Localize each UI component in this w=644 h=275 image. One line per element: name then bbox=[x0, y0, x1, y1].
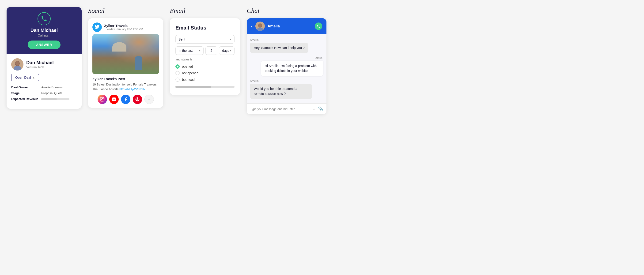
message-group-1: Amelia Hey, Samuel! How can i help you ? bbox=[250, 38, 323, 53]
phone-card: Dan Michael Calling... ANSWER Dan Michae… bbox=[6, 7, 82, 109]
svg-point-6 bbox=[103, 98, 104, 99]
time-unit-value: days bbox=[222, 49, 229, 52]
add-social-icon[interactable]: + bbox=[144, 95, 154, 104]
social-card: Zylker Travels Tuesday, January 28-11:30… bbox=[88, 18, 163, 108]
social-image-figure bbox=[135, 56, 142, 70]
deal-revenue-bar bbox=[41, 98, 70, 100]
status-not-opened-radio[interactable] bbox=[176, 71, 180, 75]
chat-message-input[interactable] bbox=[250, 107, 310, 111]
message-bubble-2: Hi Amelia, I'm facing a problem with boo… bbox=[261, 61, 323, 76]
chevron-down-icon-2: ▾ bbox=[199, 49, 200, 52]
email-title: Email bbox=[170, 7, 240, 14]
email-card-title: Email Status bbox=[176, 25, 234, 31]
contact-company: Ventura Tech bbox=[26, 65, 54, 69]
social-card-inner: Zylker Travels Tuesday, January 28-11:30… bbox=[88, 18, 163, 91]
chat-messages: Amelia Hey, Samuel! How can i help you ?… bbox=[247, 34, 326, 103]
youtube-icon[interactable] bbox=[109, 95, 119, 104]
social-post-body: 10 Safest Destination for solo Female Tr… bbox=[92, 82, 159, 91]
back-button[interactable]: ‹ bbox=[251, 24, 252, 29]
phone-body: Dan Michael Ventura Tech Open Deal ▲ Dea… bbox=[6, 54, 82, 109]
deal-owner-row: Deal Owner Amelia Burrows bbox=[11, 85, 77, 89]
email-progress-bar bbox=[176, 86, 234, 88]
chat-contact-name: Amelia bbox=[268, 24, 312, 28]
deal-revenue-bar-fill bbox=[41, 98, 57, 100]
and-status-label: and status is bbox=[176, 58, 234, 61]
social-post-image bbox=[92, 34, 159, 74]
contact-info: Dan Michael Ventura Tech bbox=[26, 60, 54, 69]
attachment-icon[interactable]: 📎 bbox=[318, 106, 323, 111]
plus-symbol: + bbox=[148, 97, 150, 102]
svg-point-5 bbox=[102, 99, 103, 100]
avatar-image bbox=[11, 58, 24, 70]
deal-stage-row: Stage Proposal Quote bbox=[11, 91, 77, 95]
email-status-dropdown[interactable]: Sent ▾ bbox=[176, 35, 234, 43]
social-user-row: Zylker Travels Tuesday, January 28-11:30… bbox=[92, 22, 159, 32]
social-user-name: Zylker Travels bbox=[104, 24, 143, 28]
svg-point-3 bbox=[15, 61, 20, 65]
deal-revenue-label: Expected Revenue bbox=[11, 97, 40, 101]
emoji-icon[interactable]: ☺ bbox=[312, 107, 316, 111]
social-post-title: Zylker Travel's Post bbox=[92, 77, 159, 81]
time-number-input[interactable]: 2 bbox=[206, 46, 217, 55]
time-filter-row: In the last ▾ 2 days ▾ bbox=[176, 46, 234, 55]
status-opened-radio[interactable] bbox=[176, 64, 180, 69]
email-progress-fill bbox=[176, 86, 211, 88]
twitter-icon bbox=[92, 22, 102, 32]
email-card: Email Status Sent ▾ In the last ▾ 2 days… bbox=[170, 18, 240, 95]
caller-name: Dan Michael bbox=[30, 28, 58, 33]
message-sender-3: Amelia bbox=[250, 79, 323, 83]
open-deal-button[interactable]: Open Deal ▲ bbox=[11, 74, 39, 81]
pinterest-icon[interactable] bbox=[133, 95, 142, 104]
deal-revenue-row: Expected Revenue bbox=[11, 97, 77, 101]
social-icons-bar: + bbox=[88, 91, 163, 108]
chat-header: ‹ Amelia bbox=[247, 18, 326, 34]
chat-contact-avatar bbox=[256, 21, 265, 31]
twitter-bird-icon bbox=[94, 24, 100, 30]
time-number-value: 2 bbox=[210, 49, 212, 52]
chat-call-button[interactable] bbox=[315, 22, 322, 30]
time-unit-dropdown[interactable]: days ▾ bbox=[219, 46, 234, 55]
email-dropdown-value: Sent bbox=[178, 37, 185, 41]
social-user-date: Tuesday, January 28-11:30 PM bbox=[104, 28, 143, 31]
social-user-info: Zylker Travels Tuesday, January 28-11:30… bbox=[104, 24, 143, 31]
social-image-bg bbox=[92, 34, 159, 74]
social-title: Social bbox=[88, 7, 163, 14]
social-image-dome bbox=[112, 42, 126, 51]
message-bubble-1: Hey, Samuel! How can i help you ? bbox=[250, 43, 308, 53]
instagram-icon[interactable] bbox=[98, 95, 107, 104]
deal-stage-value: Proposal Quote bbox=[41, 91, 62, 95]
svg-rect-4 bbox=[100, 97, 104, 101]
status-bounced-radio[interactable] bbox=[176, 77, 180, 82]
contact-name: Dan Michael bbox=[26, 60, 54, 65]
contact-avatar bbox=[11, 58, 24, 70]
open-deal-label: Open Deal bbox=[15, 76, 31, 79]
time-label-dropdown[interactable]: In the last ▾ bbox=[176, 46, 204, 55]
call-status: Calling... bbox=[38, 33, 50, 37]
status-bounced-row[interactable]: bounced bbox=[176, 77, 234, 82]
chevron-down-icon: ▾ bbox=[230, 38, 232, 41]
phone-call-icon bbox=[316, 24, 320, 28]
message-sender-2: Samuel bbox=[314, 56, 323, 60]
chat-section: Chat ‹ Amelia Amelia Hey, Sa bbox=[247, 7, 638, 114]
answer-button[interactable]: ANSWER bbox=[28, 40, 60, 49]
status-radio-group: opened not opened bounced bbox=[176, 64, 234, 82]
status-not-opened-row[interactable]: not opened bbox=[176, 71, 234, 75]
social-post-link[interactable]: http://bit.ly/2P8fIYN bbox=[119, 87, 146, 91]
facebook-icon[interactable] bbox=[121, 95, 130, 104]
chevron-down-icon-3: ▾ bbox=[230, 49, 232, 52]
chevron-up-icon: ▲ bbox=[32, 76, 35, 79]
chat-input-row: ☺ 📎 bbox=[247, 103, 326, 114]
message-group-2: Samuel Hi Amelia, I'm facing a problem w… bbox=[250, 56, 323, 76]
call-icon-wrap bbox=[38, 12, 51, 25]
deal-info: Deal Owner Amelia Burrows Stage Proposal… bbox=[11, 85, 77, 101]
status-opened-row[interactable]: opened bbox=[176, 64, 234, 69]
message-group-3: Amelia Would you be able to attend a rem… bbox=[250, 79, 323, 99]
status-bounced-label: bounced bbox=[182, 78, 195, 81]
phone-header: Dan Michael Calling... ANSWER bbox=[6, 7, 82, 54]
deal-owner-value: Amelia Burrows bbox=[41, 85, 62, 89]
social-section: Social Zylker Travels Tuesday, January 2… bbox=[88, 7, 163, 108]
time-label-text: In the last bbox=[178, 49, 193, 52]
chat-title: Chat bbox=[247, 7, 638, 14]
status-not-opened-label: not opened bbox=[182, 71, 198, 75]
chat-window: ‹ Amelia Amelia Hey, Samuel! How can i h… bbox=[247, 18, 326, 114]
